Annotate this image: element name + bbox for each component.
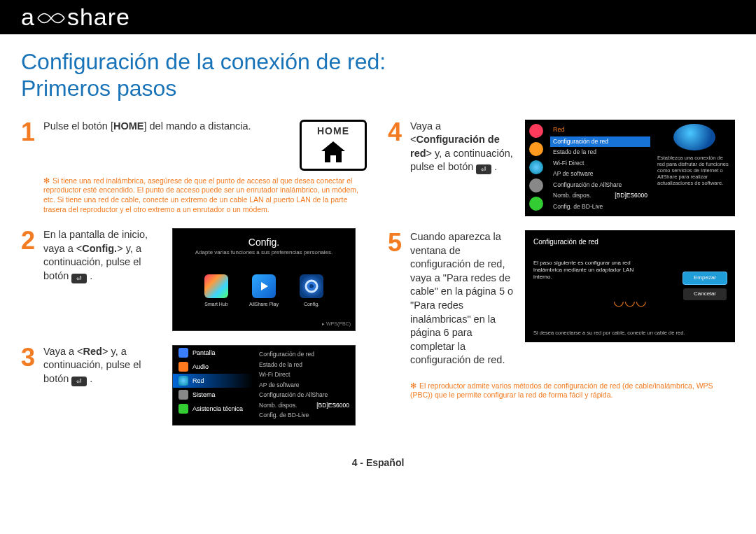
step-number: 2	[21, 228, 43, 331]
dot-icon	[529, 142, 543, 156]
config-screenshot: Config. Adapte varias funciones a sus pr…	[172, 228, 356, 331]
page-footer: 4 - Español	[0, 457, 756, 468]
home-button-tile: HOME	[300, 120, 367, 171]
logo-wave-icon	[36, 7, 66, 28]
dot-icon	[529, 178, 543, 192]
start-button: Empezar	[683, 272, 727, 284]
step1-note: ✻Si tiene una red inalámbrica, asegúrese…	[43, 176, 367, 215]
right-column: 4 Vaya a <Configuración de red> y, a con…	[388, 120, 735, 440]
display-icon	[178, 348, 188, 358]
red-menu-screenshot: Pantalla Audio Red Sistema Asistencia té…	[172, 345, 356, 426]
system-icon	[178, 390, 188, 400]
page-title: Configuración de la conexión de red:Prim…	[21, 48, 735, 102]
step-5: 5 Cuando aparezca la ventana de configur…	[388, 230, 735, 367]
step1-text-c: ] del mando a distancia.	[144, 120, 251, 132]
home-label: HOME	[302, 125, 365, 138]
allshare-play-icon: AllShare Play	[249, 274, 279, 307]
svg-point-1	[309, 284, 314, 288]
header: a share	[0, 0, 756, 34]
left-column: 1 Pulse el botón [HOME] del mando a dist…	[21, 120, 367, 440]
dot-icon	[529, 124, 543, 138]
enter-icon	[71, 377, 87, 386]
smarthub-icon: Smart Hub	[204, 274, 228, 307]
cancel-button: Cancelar	[683, 288, 727, 300]
step5-note: ✻El reproductor admite varios métodos de…	[410, 381, 735, 400]
step-number: 1	[21, 120, 43, 214]
net-config-screenshot: Red Configuración de red Estado de la re…	[525, 120, 735, 216]
step-number: 3	[21, 345, 43, 426]
step-number: 5	[388, 230, 410, 367]
step-3: 3 Vaya a <Red> y, a continuación, pulse …	[21, 345, 367, 426]
globe-icon	[529, 160, 543, 174]
support-icon	[178, 404, 188, 414]
step-4: 4 Vaya a <Configuración de red> y, a con…	[388, 120, 735, 216]
enter-icon	[71, 274, 87, 283]
step1-text-a: Pulse el botón [	[43, 120, 113, 132]
wizard-screenshot: Configuración de red El paso siguiente e…	[525, 230, 735, 342]
step-number: 4	[388, 120, 410, 216]
step1-text-b: HOME	[113, 120, 144, 132]
enter-icon	[476, 164, 491, 174]
network-icon	[178, 376, 188, 386]
home-icon	[318, 139, 348, 164]
config-gear-icon: Config.	[300, 274, 323, 307]
step-2: 2 En la pantalla de inicio, vaya a <Conf…	[21, 228, 367, 331]
brand-logo: a share	[21, 3, 735, 31]
audio-icon	[178, 362, 188, 372]
earth-icon	[673, 124, 715, 150]
dot-icon	[529, 197, 543, 211]
step-1: 1 Pulse el botón [HOME] del mando a dist…	[21, 120, 367, 214]
